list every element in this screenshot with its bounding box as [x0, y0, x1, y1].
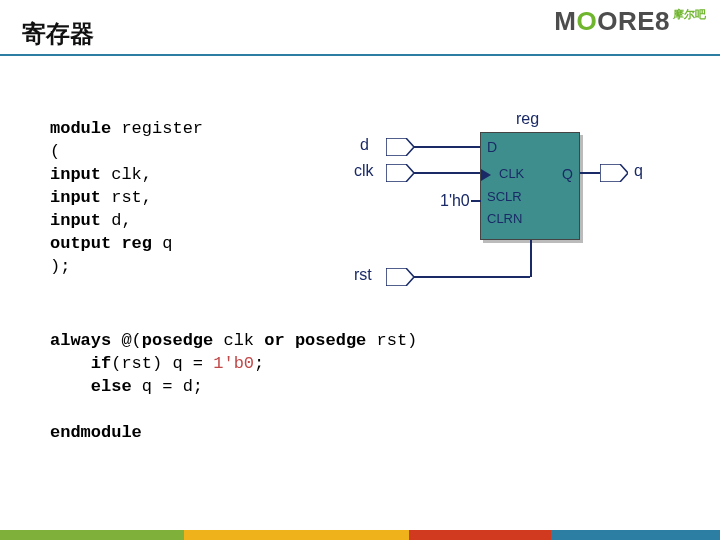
const-label: 1'h0: [440, 192, 470, 210]
register-block: D CLK SCLR CLRN Q: [480, 132, 580, 240]
signal-q-label: q: [634, 162, 643, 180]
footer-segment: [551, 530, 720, 540]
input-pad-icon: [386, 138, 414, 156]
slide-header: 寄存器 MOORE8摩尔吧: [0, 0, 720, 60]
svg-marker-1: [386, 164, 414, 182]
port-clrn-internal: CLRN: [487, 211, 522, 226]
input-pad-icon: [386, 164, 414, 182]
header-divider: [0, 54, 720, 56]
footer-segment: [409, 530, 550, 540]
verilog-always-block: always @(posedge clk or posedge rst) if(…: [50, 330, 417, 445]
wire: [471, 200, 481, 202]
wire: [580, 172, 600, 174]
wire: [414, 146, 480, 148]
logo-accent: O: [576, 6, 597, 36]
signal-rst-label: rst: [354, 266, 372, 284]
wire: [414, 276, 530, 278]
logo-subtext: 摩尔吧: [673, 8, 706, 20]
block-title: reg: [516, 110, 539, 128]
wire: [414, 172, 480, 174]
wire: [530, 240, 532, 277]
verilog-module-decl: module register ( input clk, input rst, …: [50, 118, 203, 279]
clock-edge-icon: [481, 169, 491, 181]
input-pad-icon: [386, 268, 414, 286]
port-q-internal: Q: [562, 166, 573, 182]
svg-marker-3: [600, 164, 628, 182]
signal-d-label: d: [360, 136, 369, 154]
footer-segment: [0, 530, 184, 540]
logo-text: M: [554, 6, 576, 36]
port-d-internal: D: [487, 139, 497, 155]
logo-text: ORE8: [597, 6, 670, 36]
brand-logo: MOORE8摩尔吧: [554, 6, 706, 37]
svg-marker-2: [386, 268, 414, 286]
register-schematic: reg D CLK SCLR CLRN Q d clk rst q 1'h0: [330, 110, 660, 310]
footer-segment: [184, 530, 410, 540]
output-pad-icon: [600, 164, 628, 182]
svg-marker-0: [386, 138, 414, 156]
port-clk-internal: CLK: [499, 166, 524, 181]
signal-clk-label: clk: [354, 162, 374, 180]
footer-color-bar: [0, 530, 720, 540]
port-sclr-internal: SCLR: [487, 189, 522, 204]
